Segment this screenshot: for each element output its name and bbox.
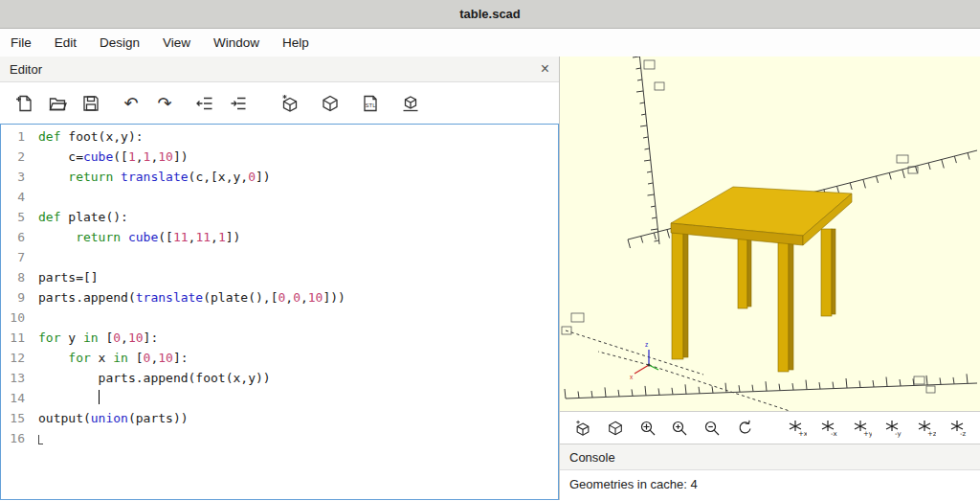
title-bar: table.scad (0, 0, 980, 29)
code-token: union (91, 411, 128, 425)
view-pos-y-button[interactable]: +y (851, 417, 873, 440)
code-line[interactable]: def plate(): (38, 207, 558, 227)
export-stl-button[interactable]: STL (358, 91, 383, 116)
indent-more-button[interactable] (226, 91, 251, 116)
code-token: 10 (158, 149, 173, 164)
code-token: in (83, 330, 99, 345)
preview-cube-icon (280, 94, 300, 113)
axis-pos-z-icon: +z (917, 419, 936, 438)
menu-view[interactable]: View (160, 34, 193, 52)
axis-label: +z (927, 430, 936, 438)
preview-button[interactable] (278, 91, 302, 116)
code-token (38, 230, 76, 244)
code-token: (c,[x,y, (189, 170, 249, 184)
view-pos-x-button[interactable]: +x (787, 417, 809, 440)
eof-marker (38, 435, 43, 444)
code-token: return (68, 170, 113, 184)
code-line[interactable]: for x in [0,10]: (38, 348, 558, 368)
code-line[interactable]: for y in [0,10]: (38, 328, 558, 348)
line-number: 13 (1, 368, 25, 388)
new-file-button[interactable] (11, 91, 36, 116)
line-number: 2 (1, 147, 25, 167)
code-token: ]) (173, 149, 189, 164)
code-line[interactable] (38, 428, 558, 448)
print-3d-button[interactable] (398, 91, 423, 116)
menu-design[interactable]: Design (97, 34, 143, 52)
code-line[interactable]: output(union(parts)) (38, 408, 558, 428)
editor-panel-title: Editor (10, 62, 42, 77)
editor-panel-header: Editor × (0, 57, 559, 82)
redo-button[interactable]: ↷ (152, 91, 177, 116)
code-token: parts.append( (38, 290, 136, 305)
viewport-3d[interactable]: z x (560, 57, 980, 411)
code-line[interactable]: parts.append(foot(x,y)) (38, 368, 558, 388)
menu-window[interactable]: Window (211, 34, 262, 52)
zoom-all-button[interactable] (636, 417, 658, 440)
code-line[interactable] (38, 388, 558, 408)
undo-icon: ↶ (123, 93, 138, 113)
code-line[interactable]: def foot(x,y): (38, 126, 558, 147)
code-line[interactable] (38, 187, 558, 207)
axis-label: +x (798, 430, 807, 438)
code-line[interactable]: parts=[] (38, 267, 558, 287)
line-number: 7 (1, 247, 25, 267)
code-line[interactable] (38, 247, 558, 267)
preview-cube-icon (574, 420, 591, 437)
code-line[interactable]: c=cube([1,1,10]) (38, 147, 558, 167)
code-token: def (38, 210, 60, 224)
code-token: 10 (158, 351, 173, 365)
line-number: 11 (1, 328, 25, 348)
view-preview-button[interactable] (572, 417, 594, 440)
render-button[interactable] (318, 91, 343, 116)
code-token: [ (128, 351, 144, 365)
console-output[interactable]: Geometries in cache: 4Geometry cache siz… (560, 470, 980, 500)
text-caret (99, 390, 100, 404)
code-token: ]: (173, 351, 189, 365)
code-token (38, 351, 68, 365)
zoom-in-button[interactable] (669, 417, 691, 440)
code-text[interactable]: def foot(x,y): c=cube([1,1,10]) return t… (30, 125, 558, 499)
view-neg-x-button[interactable]: -x (819, 417, 841, 440)
menu-file[interactable]: File (8, 34, 34, 52)
code-line[interactable]: return cube([11,11,1]) (38, 227, 558, 247)
undo-button[interactable]: ↶ (119, 91, 144, 116)
code-line[interactable]: parts.append(translate(plate(),[0,0,10])… (38, 287, 558, 307)
code-editor[interactable]: 12345678910111213141516 def foot(x,y): c… (0, 124, 559, 500)
menu-help[interactable]: Help (279, 34, 312, 52)
code-token: 10 (128, 330, 144, 345)
axis-pos-x-icon: +x (788, 419, 807, 438)
code-line[interactable] (38, 307, 558, 328)
code-token: ([ (113, 149, 128, 164)
code-token: for (38, 330, 60, 345)
code-token: 0 (248, 170, 256, 184)
code-token: 10 (308, 290, 323, 305)
code-token: 0 (293, 290, 301, 305)
right-panel: z x (560, 57, 980, 500)
zoom-all-icon (639, 420, 657, 437)
view-pos-z-button[interactable]: +z (916, 417, 938, 440)
code-token: translate (121, 170, 188, 184)
code-token: translate (136, 290, 203, 305)
code-line[interactable]: return translate(c,[x,y,0]) (38, 167, 558, 187)
close-icon[interactable]: × (541, 61, 549, 77)
code-token: c= (38, 149, 83, 164)
unindent-icon (195, 94, 214, 113)
zoom-out-button[interactable] (702, 417, 724, 440)
reset-view-button[interactable] (733, 417, 755, 440)
line-number: 4 (1, 187, 25, 207)
menu-edit[interactable]: Edit (52, 34, 79, 52)
code-token: cube (128, 230, 158, 244)
save-file-button[interactable] (78, 91, 103, 116)
export-stl-icon: STL (361, 94, 380, 113)
code-token: parts.append(foot(x,y)) (38, 371, 271, 385)
code-token: cube (83, 149, 113, 164)
view-neg-y-button[interactable]: -y (883, 417, 905, 440)
open-file-button[interactable] (45, 91, 70, 116)
code-token: parts=[] (38, 270, 99, 285)
indent-less-button[interactable] (192, 91, 217, 116)
code-token: return (76, 230, 121, 244)
code-token: ]) (256, 170, 271, 184)
view-neg-z-button[interactable]: -z (947, 417, 969, 440)
view-render-button[interactable] (605, 417, 627, 440)
redo-icon: ↷ (157, 93, 171, 113)
